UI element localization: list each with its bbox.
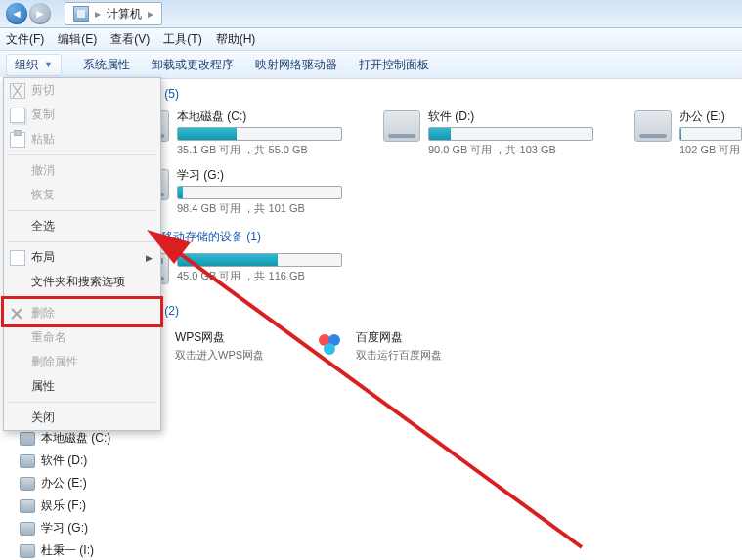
menu-help[interactable]: 帮助(H) — [216, 31, 256, 48]
menu-close-label: 关闭 — [31, 409, 55, 426]
organize-menu: 剪切 复制 粘贴 撤消 恢复 全选 布局 文件夹和搜索选项 删除 重命名 删除属… — [3, 77, 161, 431]
chevron-right-icon: ▸ — [148, 7, 153, 21]
menu-folder-search-options-label: 文件夹和搜索选项 — [31, 274, 125, 290]
drive-icon — [20, 454, 35, 468]
menu-layout[interactable]: 布局 — [4, 245, 160, 270]
toolbar-sysprops[interactable]: 系统属性 — [83, 57, 130, 73]
drive-c[interactable]: 本地磁盘 (C:) 35.1 GB 可用 ，共 55.0 GB — [132, 108, 342, 157]
drive-c-name: 本地磁盘 (C:) — [177, 108, 342, 125]
menu-remove-props-label: 删除属性 — [31, 354, 78, 370]
sidebar-item-label: 娱乐 (F:) — [41, 497, 86, 514]
menu-separator — [8, 210, 156, 211]
toolbar-controlpanel[interactable]: 打开控制面板 — [359, 57, 429, 73]
drive-d-bar — [428, 127, 593, 141]
scissors-icon — [10, 83, 25, 99]
organize-label: 组织 — [15, 57, 38, 73]
menu-file[interactable]: 文件(F) — [6, 31, 44, 48]
menu-selectall[interactable]: 全选 — [4, 214, 160, 238]
toolbar: 组织 ▼ 系统属性 卸载或更改程序 映射网络驱动器 打开控制面板 — [0, 51, 742, 79]
menu-properties[interactable]: 属性 — [4, 374, 160, 399]
drive-e-bar — [679, 127, 742, 141]
app-wps-sub: 双击进入WPS网盘 — [175, 348, 264, 363]
menu-copy[interactable]: 复制 — [4, 103, 160, 127]
menu-paste[interactable]: 粘贴 — [4, 127, 160, 151]
menu-separator — [8, 154, 156, 155]
sidebar-drive-g[interactable]: 学习 (G:) — [0, 517, 121, 539]
breadcrumb-computer[interactable]: 计算机 — [107, 6, 142, 22]
drive-g[interactable]: 学习 (G:) 98.4 GB 可用 ，共 101 GB — [132, 167, 342, 216]
drive-e-name: 办公 (E:) — [679, 108, 742, 125]
section-other[interactable]: 其他 (2) — [132, 300, 742, 325]
menu-layout-label: 布局 — [31, 249, 55, 266]
menu-view[interactable]: 查看(V) — [110, 31, 150, 48]
drive-removable[interactable]: 45.0 GB 可用 ，共 116 GB — [132, 251, 342, 284]
drive-e-sub: 102 GB 可用 ，共 — [679, 143, 742, 157]
chevron-down-icon: ▼ — [44, 60, 53, 69]
menu-undo-label: 撤消 — [31, 162, 55, 179]
menu-cut[interactable]: 剪切 — [4, 78, 160, 103]
layout-icon — [10, 250, 25, 266]
drive-d-name: 软件 (D:) — [428, 108, 593, 125]
sidebar-item-label: 办公 (E:) — [41, 475, 87, 492]
menu-rename[interactable]: 重命名 — [4, 325, 160, 350]
menu-delete-label: 删除 — [31, 305, 55, 322]
menu-tools[interactable]: 工具(T) — [163, 31, 201, 48]
menu-delete[interactable]: 删除 — [4, 301, 160, 325]
drive-c-bar — [177, 127, 342, 141]
baidu-icon — [313, 329, 346, 359]
sidebar-drive-d[interactable]: 软件 (D:) — [0, 450, 121, 472]
sidebar-drive-e[interactable]: 办公 (E:) — [0, 472, 121, 495]
menu-separator — [8, 402, 156, 403]
drive-icon — [20, 432, 35, 446]
titlebar: ◄ ► ▸ 计算机 ▸ — [0, 0, 742, 28]
drive-d[interactable]: 软件 (D:) 90.0 GB 可用 ，共 103 GB — [383, 108, 593, 157]
app-baidu-sub: 双击运行百度网盘 — [356, 348, 442, 363]
menu-rename-label: 重命名 — [31, 329, 66, 346]
toolbar-uninstall[interactable]: 卸载或更改程序 — [152, 57, 234, 73]
menu-remove-props[interactable]: 删除属性 — [4, 350, 160, 374]
drive-g-bar — [177, 186, 342, 199]
content: 硬盘 (5) 本地磁盘 (C:) 35.1 GB 可用 ，共 55.0 GB 软… — [122, 77, 742, 560]
menu-edit[interactable]: 编辑(E) — [58, 31, 97, 48]
menu-paste-label: 粘贴 — [31, 131, 55, 148]
drive-d-icon — [383, 110, 420, 142]
drive-icon — [20, 477, 35, 491]
toolbar-mapnet[interactable]: 映射网络驱动器 — [255, 57, 337, 73]
menu-separator — [8, 241, 156, 242]
sidebar-item-label: 本地磁盘 (C:) — [41, 430, 110, 447]
drive-removable-bar — [177, 253, 342, 267]
nav-buttons: ◄ ► — [6, 3, 51, 24]
menu-copy-label: 复制 — [31, 107, 55, 123]
drive-icon — [20, 522, 35, 536]
app-wps-name: WPS网盘 — [175, 329, 264, 346]
chevron-right-icon: ▸ — [95, 7, 101, 21]
sidebar-drive-i[interactable]: 杜秉一 (I:) — [0, 539, 121, 560]
address-bar[interactable]: ▸ 计算机 ▸ — [65, 2, 162, 25]
menu-cut-label: 剪切 — [31, 82, 55, 99]
sidebar-item-label: 学习 (G:) — [41, 520, 88, 537]
menu-redo[interactable]: 恢复 — [4, 183, 160, 207]
computer-icon — [73, 6, 89, 22]
drive-removable-sub: 45.0 GB 可用 ，共 116 GB — [177, 269, 342, 283]
menu-folder-search-options[interactable]: 文件夹和搜索选项 — [4, 270, 160, 294]
section-hdd[interactable]: 硬盘 (5) — [132, 83, 742, 108]
organize-button[interactable]: 组织 ▼ — [6, 54, 62, 76]
nav-back-button[interactable]: ◄ — [6, 3, 27, 24]
drive-c-sub: 35.1 GB 可用 ，共 55.0 GB — [177, 143, 342, 157]
drive-icon — [20, 544, 35, 558]
app-baidu[interactable]: 百度网盘 双击运行百度网盘 — [313, 329, 442, 363]
menu-selectall-label: 全选 — [31, 218, 55, 235]
menu-undo[interactable]: 撤消 — [4, 158, 160, 183]
arrow-right-icon: ► — [34, 7, 46, 21]
menu-close[interactable]: 关闭 — [4, 406, 160, 430]
menubar: 文件(F) 编辑(E) 查看(V) 工具(T) 帮助(H) — [0, 28, 742, 51]
drive-e-icon — [634, 110, 672, 142]
paste-icon — [10, 132, 25, 148]
sidebar-drive-f[interactable]: 娱乐 (F:) — [0, 495, 121, 517]
nav-forward-button[interactable]: ► — [29, 3, 51, 24]
drive-d-sub: 90.0 GB 可用 ，共 103 GB — [428, 143, 593, 157]
drive-g-name: 学习 (G:) — [177, 167, 342, 184]
section-removable[interactable]: 有可移动存储的设备 (1) — [132, 226, 742, 251]
app-baidu-name: 百度网盘 — [356, 329, 442, 346]
drive-e[interactable]: 办公 (E:) 102 GB 可用 ，共 — [634, 108, 742, 157]
